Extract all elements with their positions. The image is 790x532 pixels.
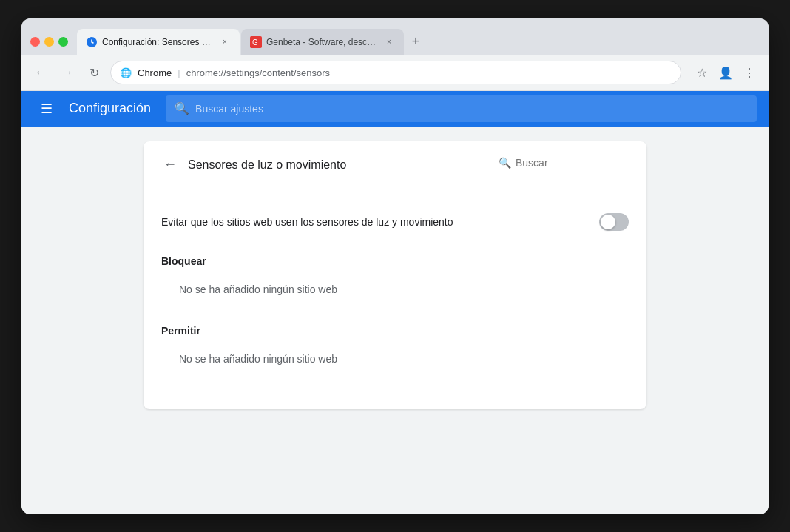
toggle-label: Evitar que los sitios web usen los senso… [161,216,453,228]
allow-section-title: Permitir [161,325,629,337]
genbeta-tab-title: Genbeta - Software, descarga… [266,37,379,47]
genbeta-tab-favicon: G [250,36,262,48]
block-empty-message: No se ha añadido ningún sitio web [161,276,629,310]
panel-search-icon: 🔍 [499,157,511,169]
hamburger-menu-button[interactable]: ☰ [33,95,60,122]
toggle-switch[interactable] [599,213,629,231]
panel-search-input[interactable] [516,157,612,169]
title-bar: Configuración: Sensores de lu… × G Genbe… [21,18,769,55]
lock-icon: 🌐 [120,67,132,78]
content-area: ← Sensores de luz o movimiento 🔍 Evitar … [21,127,769,514]
chrome-settings-header: ☰ Configuración 🔍 Buscar ajustes [21,91,769,127]
genbeta-tab-close[interactable]: × [383,36,395,48]
search-icon: 🔍 [175,101,189,115]
traffic-lights [30,37,68,55]
menu-button[interactable]: ⋮ [739,62,760,83]
panel-title: Sensores de luz o movimiento [188,158,499,172]
panel-search-box[interactable]: 🔍 [499,157,632,172]
allow-section: Permitir No se ha añadido ningún sitio w… [161,325,629,380]
panel-header: ← Sensores de luz o movimiento 🔍 [144,141,646,189]
settings-panel: ← Sensores de luz o movimiento 🔍 Evitar … [144,141,646,409]
url-separator: | [178,67,180,78]
url-path: chrome://settings/content/sensors [186,67,330,78]
minimize-traffic-light[interactable] [44,37,54,47]
url-bar[interactable]: 🌐 Chrome | chrome://settings/content/sen… [110,61,681,84]
panel-body: Evitar que los sitios web usen los senso… [144,189,646,409]
address-bar: ← → ↻ 🌐 Chrome | chrome://settings/conte… [21,55,769,91]
close-traffic-light[interactable] [30,37,40,47]
toggle-row: Evitar que los sitios web usen los senso… [161,204,629,240]
block-section-title: Bloquear [161,255,629,267]
browser-window: Configuración: Sensores de lu… × G Genbe… [21,18,769,514]
toggle-knob [601,215,615,229]
url-site: Chrome [138,67,172,78]
reload-button[interactable]: ↻ [84,62,104,83]
block-section: Bloquear No se ha añadido ningún sitio w… [161,255,629,310]
new-tab-button[interactable]: + [405,32,426,53]
forward-button[interactable]: → [57,62,78,83]
bookmark-button[interactable]: ☆ [692,62,712,83]
url-actions: ☆ 👤 ⋮ [692,62,760,83]
tab-genbeta[interactable]: G Genbeta - Software, descarga… × [241,29,404,55]
tab-settings[interactable]: Configuración: Sensores de lu… × [77,29,240,55]
settings-search-placeholder: Buscar ajustes [195,103,263,115]
settings-tab-close[interactable]: × [219,36,231,48]
account-button[interactable]: 👤 [715,62,736,83]
maximize-traffic-light[interactable] [58,37,68,47]
settings-tab-favicon [86,36,98,48]
svg-text:G: G [252,38,258,47]
settings-search-box[interactable]: 🔍 Buscar ajustes [166,95,757,122]
settings-tab-title: Configuración: Sensores de lu… [102,37,215,47]
allow-empty-message: No se ha añadido ningún sitio web [161,346,629,380]
panel-back-button[interactable]: ← [158,153,182,177]
configuracion-title: Configuración [69,101,151,116]
tab-bar: Configuración: Sensores de lu… × G Genbe… [77,29,760,55]
back-button[interactable]: ← [30,62,51,83]
